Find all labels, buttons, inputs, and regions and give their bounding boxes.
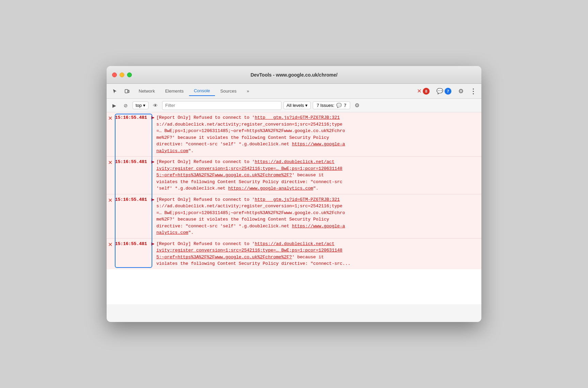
close-button[interactable] <box>112 72 117 77</box>
error-count: 8 <box>423 88 430 95</box>
issues-count: 7 <box>344 103 346 108</box>
dropdown-icon: ▾ <box>143 103 145 108</box>
expand-arrow[interactable]: ▶ <box>151 115 154 120</box>
tab-network[interactable]: Network <box>134 86 160 96</box>
issues-label: 7 Issues: <box>316 103 334 108</box>
log-message: [Report Only] Refused to connect to 'htt… <box>156 114 480 154</box>
log-link[interactable]: https://www.google-a nalytics.com <box>156 224 345 236</box>
minimize-button[interactable] <box>120 72 124 77</box>
timestamp: 15:16:55.481 <box>114 196 151 203</box>
tab-sources[interactable]: Sources <box>216 86 242 96</box>
chat-issues-icon: 💬 <box>336 103 342 108</box>
tab-toolbar: Network Elements Console Sources » ✕ 8 💬… <box>107 84 481 99</box>
settings-button[interactable]: ⚙ <box>455 86 466 97</box>
issues-button[interactable]: 7 Issues: 💬 7 <box>313 101 350 109</box>
console-settings-button[interactable]: ⚙ <box>352 101 362 110</box>
warn-count: 7 <box>445 88 451 95</box>
error-icon: ✕ <box>108 115 112 122</box>
more-button[interactable]: ⋮ <box>468 86 479 97</box>
device-icon[interactable] <box>122 86 133 97</box>
block-button[interactable]: ⊘ <box>121 101 130 110</box>
console-content: ✕ 15:16:55.481 ▶ [Report Only] Refused t… <box>107 112 481 304</box>
log-entry: ✕ 15:16:55.481 ▶ [Report Only] Refused t… <box>107 239 481 269</box>
svg-rect-0 <box>125 90 128 93</box>
top-selector[interactable]: top ▾ <box>133 101 149 109</box>
tab-elements[interactable]: Elements <box>160 86 188 96</box>
log-entry: ✕ 15:16:55.481 ▶ [Report Only] Refused t… <box>107 112 481 157</box>
devtools-window: DevTools - www.google.co.uk/chrome/ Netw… <box>107 66 481 322</box>
expand-arrow[interactable]: ▶ <box>151 197 154 202</box>
expand-arrow[interactable]: ▶ <box>151 241 154 246</box>
chat-icon: 💬 <box>436 88 443 94</box>
error-badge-button[interactable]: ✕ 8 <box>414 86 432 96</box>
filter-input[interactable] <box>162 101 281 110</box>
tab-more[interactable]: » <box>242 86 254 96</box>
error-icon: ✕ <box>108 241 112 248</box>
expand-arrow[interactable]: ▶ <box>151 159 154 164</box>
timestamp: 15:16:55.481 <box>114 241 151 247</box>
console-toolbar: ▶ ⊘ top ▾ 👁 All levels ▾ 7 Issues: 💬 7 ⚙ <box>107 99 481 112</box>
cursor-icon[interactable] <box>109 86 120 97</box>
log-link[interactable]: https://www.google-analytics.com <box>228 186 313 191</box>
log-link[interactable]: http gtm.js?id=GTM-PZ6TRJB:321 <box>255 115 340 120</box>
levels-arrow: ▾ <box>305 103 308 108</box>
log-message: [Report Only] Refused to connect to 'htt… <box>156 196 480 236</box>
log-link[interactable]: https://ad.doubleclick.net/act ivity;reg… <box>156 159 342 178</box>
log-message: [Report Only] Refused to connect to 'htt… <box>156 159 480 192</box>
log-message: [Report Only] Refused to connect to 'htt… <box>156 241 480 267</box>
levels-dropdown[interactable]: All levels ▾ <box>283 101 311 109</box>
top-label: top <box>136 103 142 108</box>
tab-console[interactable]: Console <box>189 86 215 96</box>
error-icon: ✕ <box>108 197 112 204</box>
window-title: DevTools - www.google.co.uk/chrome/ <box>250 72 337 78</box>
warn-badge-button[interactable]: 💬 7 <box>434 86 454 96</box>
error-x-icon: ✕ <box>417 88 421 94</box>
eye-button[interactable]: 👁 <box>151 101 160 110</box>
error-icon: ✕ <box>108 159 112 166</box>
levels-label: All levels <box>287 103 304 108</box>
highlighted-entries-group: ✕ 15:16:55.481 ▶ [Report Only] Refused t… <box>107 112 481 269</box>
maximize-button[interactable] <box>127 72 132 77</box>
log-link[interactable]: http gtm.js?id=GTM-PZ6TRJB:321 <box>255 197 340 202</box>
log-entry: ✕ 15:16:55.481 ▶ [Report Only] Refused t… <box>107 194 481 239</box>
log-entry: ✕ 15:16:55.481 ▶ [Report Only] Refused t… <box>107 157 481 194</box>
tab-navigation: Network Elements Console Sources » <box>134 86 254 96</box>
log-link[interactable]: https://ad.doubleclick.net/act ivity;reg… <box>156 241 342 260</box>
log-link[interactable]: https://www.google-a nalytics.com <box>156 142 345 153</box>
timestamp: 15:16:55.481 <box>114 114 151 121</box>
svg-rect-1 <box>128 90 129 93</box>
titlebar: DevTools - www.google.co.uk/chrome/ <box>107 66 481 84</box>
traffic-lights <box>112 72 132 77</box>
play-button[interactable]: ▶ <box>109 101 119 110</box>
timestamp: 15:16:55.481 <box>114 159 151 165</box>
window-body: Network Elements Console Sources » ✕ 8 💬… <box>107 84 481 322</box>
